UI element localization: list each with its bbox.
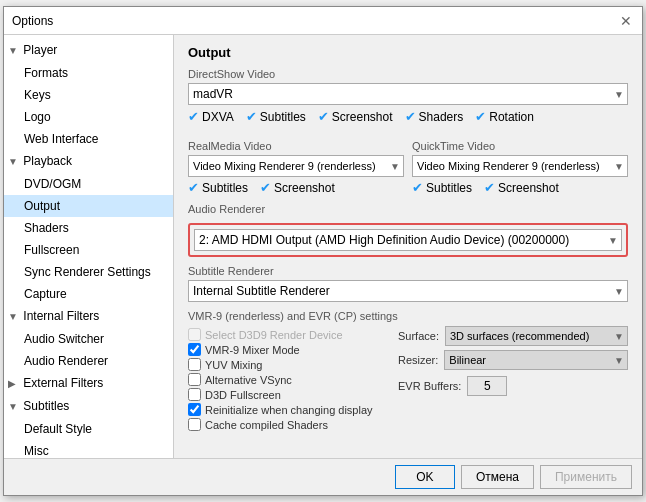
surface-row: Surface: 3D surfaces (recommended) ▼: [398, 326, 628, 346]
sidebar-item-capture[interactable]: Capture: [4, 283, 173, 305]
check-shaders-ds: ✔ Shaders: [405, 109, 464, 124]
subtitle-renderer-label: Subtitle Renderer: [188, 265, 628, 277]
sidebar-item-logo[interactable]: Logo: [4, 106, 173, 128]
sidebar-item-audio-switcher[interactable]: Audio Switcher: [4, 328, 173, 350]
resizer-dropdown[interactable]: Bilinear: [444, 350, 628, 370]
realmedia-quicktime-row: RealMedia Video Video Mixing Renderer 9 …: [188, 132, 628, 195]
realmedia-dropdown[interactable]: Video Mixing Renderer 9 (renderless): [188, 155, 404, 177]
sidebar-item-formats[interactable]: Formats: [4, 62, 173, 84]
vmr-title: VMR-9 (renderless) and EVR (CP) settings: [188, 310, 628, 322]
title-bar: Options ✕: [4, 7, 642, 35]
sidebar-item-playback[interactable]: ▼ Playback: [4, 150, 173, 173]
check-screenshot-ds: ✔ Screenshot: [318, 109, 393, 124]
subtitle-renderer-dropdown[interactable]: Internal Subtitle Renderer: [188, 280, 628, 302]
audio-renderer-label: Audio Renderer: [188, 203, 628, 215]
ok-button[interactable]: OK: [395, 465, 455, 489]
cb-yuv-mixing: YUV Mixing: [188, 358, 388, 371]
cb-select-d3d9: Select D3D9 Render Device: [188, 328, 388, 341]
sidebar-item-player[interactable]: ▼ Player: [4, 39, 173, 62]
sidebar-item-shaders[interactable]: Shaders: [4, 217, 173, 239]
subtitle-section: Subtitle Renderer Internal Subtitle Rend…: [188, 265, 628, 302]
check-rotation-ds: ✔ Rotation: [475, 109, 534, 124]
audio-renderer-section: 2: AMD HDMI Output (AMD High Definition …: [188, 223, 628, 257]
vmr-right-panel: Surface: 3D surfaces (recommended) ▼ Res…: [398, 326, 628, 433]
sidebar-item-keys[interactable]: Keys: [4, 84, 173, 106]
options-window: Options ✕ ▼ Player Formats Keys Logo Web…: [3, 6, 643, 496]
cb-cache-shaders: Cache compiled Shaders: [188, 418, 388, 431]
vmr-section: VMR-9 (renderless) and EVR (CP) settings…: [188, 310, 628, 433]
cb-reinitialize: Reinitialize when changing display: [188, 403, 388, 416]
cb-d3d-fullscreen: D3D Fullscreen: [188, 388, 388, 401]
sidebar-item-misc-sub[interactable]: Misc: [4, 440, 173, 458]
resizer-row: Resizer: Bilinear ▼: [398, 350, 628, 370]
evr-row: EVR Buffers:: [398, 376, 628, 396]
audio-renderer-dropdown[interactable]: 2: AMD HDMI Output (AMD High Definition …: [194, 229, 622, 251]
check-subtitles-ds: ✔ Subtitles: [246, 109, 306, 124]
cancel-button[interactable]: Отмена: [461, 465, 534, 489]
directshow-checks: ✔ DXVA ✔ Subtitles ✔ Screenshot ✔ Shader…: [188, 109, 628, 124]
realmedia-group: RealMedia Video Video Mixing Renderer 9 …: [188, 132, 404, 195]
vmr-left-panel: Select D3D9 Render Device VMR-9 Mixer Mo…: [188, 326, 388, 433]
surface-dropdown[interactable]: 3D surfaces (recommended): [445, 326, 628, 346]
sidebar-item-audio-renderer[interactable]: Audio Renderer: [4, 350, 173, 372]
main-content: ▼ Player Formats Keys Logo Web Interface…: [4, 35, 642, 458]
quicktime-dropdown[interactable]: Video Mixing Renderer 9 (renderless): [412, 155, 628, 177]
quicktime-group: QuickTime Video Video Mixing Renderer 9 …: [412, 132, 628, 195]
rm-checks: ✔ Subtitles ✔ Screenshot: [188, 180, 404, 195]
section-title: Output: [188, 45, 628, 60]
sidebar-item-default-style[interactable]: Default Style: [4, 418, 173, 440]
sidebar-item-output[interactable]: Output: [4, 195, 173, 217]
directshow-label: DirectShow Video: [188, 68, 628, 80]
sidebar-item-fullscreen[interactable]: Fullscreen: [4, 239, 173, 261]
realmedia-label: RealMedia Video: [188, 140, 404, 152]
sidebar: ▼ Player Formats Keys Logo Web Interface…: [4, 35, 174, 458]
sidebar-item-dvd-ogm[interactable]: DVD/OGM: [4, 173, 173, 195]
quicktime-label: QuickTime Video: [412, 140, 628, 152]
sidebar-item-web-interface[interactable]: Web Interface: [4, 128, 173, 150]
directshow-dropdown-wrap: madVR EVR Custom Presenter VMR-9 (render…: [188, 83, 628, 105]
evr-count-input[interactable]: [467, 376, 507, 396]
bottom-bar: OK Отмена Применить: [4, 458, 642, 495]
sidebar-item-internal-filters[interactable]: ▼ Internal Filters: [4, 305, 173, 328]
cb-vmr9-mixer: VMR-9 Mixer Mode: [188, 343, 388, 356]
sidebar-item-external-filters[interactable]: ▶ External Filters: [4, 372, 173, 395]
check-dxva: ✔ DXVA: [188, 109, 234, 124]
sidebar-item-subtitles[interactable]: ▼ Subtitles: [4, 395, 173, 418]
directshow-dropdown[interactable]: madVR EVR Custom Presenter VMR-9 (render…: [188, 83, 628, 105]
qt-checks: ✔ Subtitles ✔ Screenshot: [412, 180, 628, 195]
close-button[interactable]: ✕: [618, 13, 634, 29]
window-title: Options: [12, 14, 53, 28]
sidebar-item-sync-renderer[interactable]: Sync Renderer Settings: [4, 261, 173, 283]
apply-button[interactable]: Применить: [540, 465, 632, 489]
cb-alt-vsync: Alternative VSync: [188, 373, 388, 386]
output-panel: Output DirectShow Video madVR EVR Custom…: [174, 35, 642, 458]
